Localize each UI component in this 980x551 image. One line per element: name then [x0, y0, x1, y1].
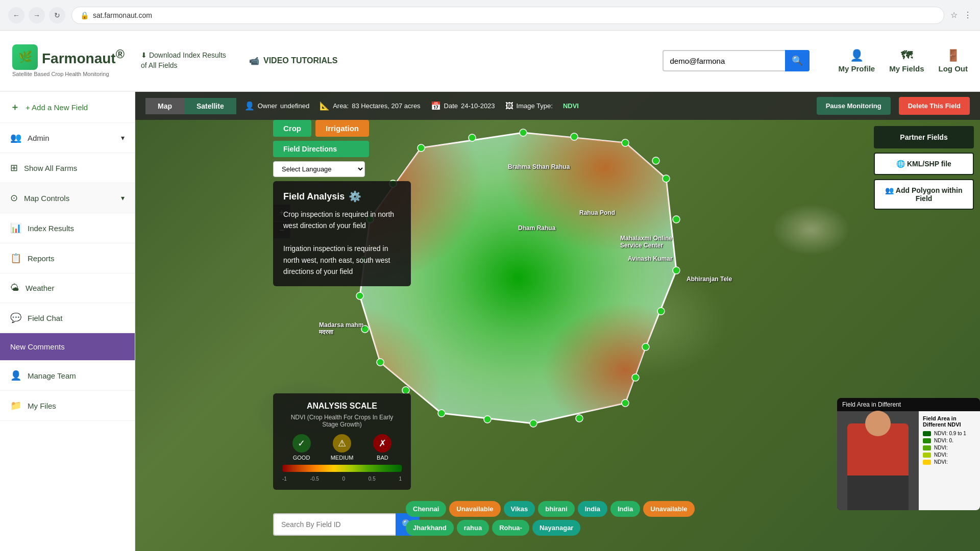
ndvi-label: NDVI	[563, 102, 579, 110]
secure-icon: 🔒	[80, 11, 89, 19]
download-button[interactable]: Download Index Results of All Fields	[141, 51, 233, 70]
log-out-nav[interactable]: 🚪 Log Out	[939, 49, 968, 73]
map-controls-label: Map Controls	[24, 194, 69, 203]
field-directions-button[interactable]: Field Directions	[273, 141, 369, 157]
legend-color-4	[923, 453, 931, 458]
add-field-label: + Add a New Field	[26, 103, 88, 112]
farms-icon: ⊞	[10, 162, 18, 173]
settings-icon[interactable]: ⚙️	[349, 190, 361, 203]
add-polygon-button[interactable]: 👥 Add Polygon within Field	[874, 179, 974, 210]
kml-shp-button[interactable]: 🌐 KML/SHP file	[874, 153, 974, 175]
sidebar-item-my-files[interactable]: 📁 My Files	[0, 391, 135, 421]
video-content: Field Area in Different NDVI NDVI: 0.9 t…	[837, 411, 980, 510]
toolbar-info: 👤 Owner undefined 📐 Area: 83 Hectares, 2…	[244, 101, 808, 111]
logo-icon: 🌿	[12, 44, 38, 70]
legend-color-1	[923, 431, 931, 436]
sidebar-item-admin[interactable]: 👥 Admin ▾	[0, 123, 135, 153]
sidebar-item-manage-team[interactable]: 👤 Manage Team	[0, 361, 135, 391]
language-select[interactable]: Select Language	[273, 161, 365, 177]
reg-symbol: ®	[116, 47, 125, 61]
sidebar: ＋ + Add a New Field 👥 Admin ▾ ⊞ Show All…	[0, 92, 135, 551]
image-type-info: 🖼 Image Type:	[505, 102, 553, 111]
irrigation-button[interactable]: Irrigation	[315, 120, 369, 137]
index-icon: 📊	[10, 222, 21, 234]
legend-color-3	[923, 445, 931, 450]
weather-label: Weather	[26, 284, 54, 292]
owner-value: undefined	[280, 102, 309, 110]
sidebar-item-reports[interactable]: 📋 Reports	[0, 243, 135, 273]
refresh-button[interactable]: ↻	[49, 7, 65, 23]
search-button[interactable]: 🔍	[785, 50, 810, 71]
legend-item-4: NDVI:	[923, 452, 976, 458]
field-tag-rahua[interactable]: rahua	[457, 520, 489, 536]
my-fields-nav[interactable]: 🗺 My Fields	[889, 49, 924, 73]
video-icon: 📹	[249, 56, 259, 66]
sidebar-item-weather[interactable]: 🌤 Weather	[0, 273, 135, 303]
sidebar-item-show-all-farms[interactable]: ⊞ Show All Farms	[0, 153, 135, 183]
field-tag-india-1[interactable]: India	[578, 501, 607, 517]
header-nav: 👤 My Profile 🗺 My Fields 🚪 Log Out	[838, 49, 968, 73]
map-button[interactable]: Map	[145, 98, 184, 114]
crop-button[interactable]: Crop	[273, 120, 311, 137]
brand-name: Farmonaut®	[42, 47, 125, 67]
legend-color-5	[923, 460, 931, 465]
date-icon: 📅	[431, 101, 441, 111]
bookmark-icon[interactable]: ☆	[950, 10, 958, 20]
field-nav-buttons: Crop Irrigation Field Directions Select …	[273, 120, 369, 188]
address-bar[interactable]: 🔒 sat.farmonaut.com	[71, 7, 944, 24]
app-header: 🌿 Farmonaut® Satellite Based Crop Health…	[0, 31, 980, 92]
field-tag-vikas[interactable]: Vikas	[504, 501, 535, 517]
field-tag-bhirani[interactable]: bhirani	[538, 501, 574, 517]
sidebar-item-map-controls[interactable]: ⊙ Map Controls ▾	[0, 183, 135, 213]
video-legend: Field Area in Different NDVI NDVI: 0.9 t…	[919, 411, 980, 510]
chat-icon: 💬	[10, 312, 21, 323]
analysis-scale-panel: ANALYSIS SCALE NDVI (Crop Health For Cro…	[273, 393, 411, 490]
area-label: Area:	[333, 102, 349, 110]
partner-fields-button[interactable]: Partner Fields	[874, 126, 974, 148]
video-tutorials-button[interactable]: 📹 VIDEO TUTORIALS	[249, 56, 338, 66]
menu-icon[interactable]: ⋮	[964, 10, 972, 20]
field-tag-nayanagar[interactable]: Nayanagar	[532, 520, 580, 536]
email-search-input[interactable]	[663, 50, 785, 71]
legend-item-5: NDVI:	[923, 459, 976, 465]
owner-label: Owner	[258, 102, 277, 110]
field-tags: Chennai Unavailable Vikas bhirani India …	[406, 501, 712, 536]
field-id-search-input[interactable]	[273, 513, 396, 536]
legend-item-1: NDVI: 0.9 to 1	[923, 431, 976, 436]
sidebar-item-index-results[interactable]: 📊 Index Results	[0, 213, 135, 243]
good-icon: ✓	[292, 434, 311, 453]
sidebar-item-new-comments[interactable]: New Comments	[0, 333, 135, 361]
field-tag-india-2[interactable]: India	[610, 501, 640, 517]
legend-color-2	[923, 438, 931, 443]
map-area[interactable]: Map Satellite 👤 Owner undefined 📐 Area: …	[135, 92, 980, 551]
ndvi-info: NDVI	[563, 102, 579, 110]
fields-icon: 🗺	[901, 49, 912, 62]
map-type-buttons: Map Satellite	[145, 98, 236, 114]
main-content: ＋ + Add a New Field 👥 Admin ▾ ⊞ Show All…	[0, 92, 980, 551]
forward-button[interactable]: →	[29, 7, 45, 23]
area-info: 📐 Area: 83 Hectares, 207 acres	[320, 101, 420, 111]
sidebar-item-field-chat[interactable]: 💬 Field Chat	[0, 303, 135, 333]
area-value: 83 Hectares, 207 acres	[352, 102, 420, 110]
owner-info: 👤 Owner undefined	[244, 101, 309, 111]
my-profile-nav[interactable]: 👤 My Profile	[838, 49, 875, 73]
presenter-head	[865, 411, 891, 436]
field-tag-unavailable-2[interactable]: Unavailable	[643, 501, 694, 517]
delete-field-button[interactable]: Delete This Field	[899, 97, 970, 115]
image-type-label: Image Type:	[517, 102, 553, 110]
field-tag-unavailable-1[interactable]: Unavailable	[449, 501, 500, 517]
field-tag-chennai[interactable]: Chennai	[406, 501, 446, 517]
analysis-icons: ✓ GOOD ⚠ MEDIUM ✗ BAD	[282, 434, 402, 461]
legend-title: Field Area in Different NDVI	[923, 415, 976, 428]
field-tag-rohua[interactable]: Rohua-	[492, 520, 529, 536]
reports-icon: 📋	[10, 253, 21, 264]
medium-icon: ⚠	[333, 434, 351, 453]
pause-monitoring-button[interactable]: Pause Monitoring	[817, 97, 891, 115]
back-button[interactable]: ←	[8, 7, 24, 23]
field-tag-jharkhand[interactable]: Jharkhand	[406, 520, 454, 536]
satellite-button[interactable]: Satellite	[184, 98, 236, 114]
sidebar-item-add-field[interactable]: ＋ + Add a New Field	[0, 92, 135, 123]
date-label: Date	[444, 102, 458, 110]
logo-brand: 🌿 Farmonaut®	[12, 44, 125, 70]
owner-icon: 👤	[244, 101, 255, 111]
